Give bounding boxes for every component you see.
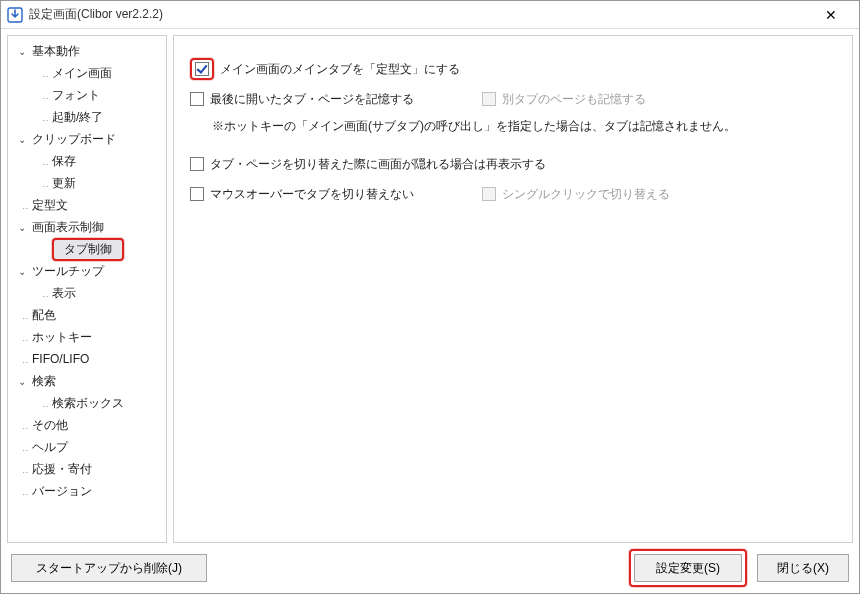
tree-other[interactable]: ‥その他 — [8, 414, 166, 436]
main-panel: メイン画面のメインタブを「定型文」にする 最後に開いたタブ・ページを記憶する 別… — [173, 35, 853, 543]
tree-mainwindow[interactable]: ‥メイン画面 — [8, 62, 166, 84]
footer: スタートアップから削除(J) 設定変更(S) 閉じる(X) — [1, 549, 859, 593]
window-title: 設定画面(Clibor ver2.2.2) — [29, 6, 809, 23]
checkbox-no-mouseover[interactable] — [190, 187, 204, 201]
close-button[interactable]: 閉じる(X) — [757, 554, 849, 582]
tree-tooltip-view[interactable]: ‥表示 — [8, 282, 166, 304]
tree-basic[interactable]: ⌄基本動作 — [8, 40, 166, 62]
label-redisplay: タブ・ページを切り替えた際に画面が隠れる場合は再表示する — [210, 156, 546, 173]
row-mouseover: マウスオーバーでタブを切り替えない シングルクリックで切り替える — [190, 179, 836, 209]
close-icon[interactable]: ✕ — [809, 2, 853, 28]
label-no-mouseover: マウスオーバーでタブを切り替えない — [210, 186, 414, 203]
apply-button[interactable]: 設定変更(S) — [634, 554, 742, 582]
checkbox-remember-other — [482, 92, 496, 106]
row-remember-tab: 最後に開いたタブ・ページを記憶する 別タブのページも記憶する — [190, 84, 836, 114]
opt-default-tab: メイン画面のメインタブを「定型文」にする — [190, 54, 836, 84]
label-remember-other: 別タブのページも記憶する — [502, 91, 646, 108]
tree-fifolifo[interactable]: ‥FIFO/LIFO — [8, 348, 166, 370]
tree-display-control[interactable]: ⌄画面表示制御 — [8, 216, 166, 238]
tree-update[interactable]: ‥更新 — [8, 172, 166, 194]
checkbox-remember-tab[interactable] — [190, 92, 204, 106]
label-singleclick: シングルクリックで切り替える — [502, 186, 670, 203]
apply-highlight: 設定変更(S) — [629, 549, 747, 587]
tree-save[interactable]: ‥保存 — [8, 150, 166, 172]
tree-tooltip[interactable]: ⌄ツールチップ — [8, 260, 166, 282]
tree-help[interactable]: ‥ヘルプ — [8, 436, 166, 458]
tree-version[interactable]: ‥バージョン — [8, 480, 166, 502]
tree-color[interactable]: ‥配色 — [8, 304, 166, 326]
tree-font[interactable]: ‥フォント — [8, 84, 166, 106]
label-remember-tab: 最後に開いたタブ・ページを記憶する — [210, 91, 414, 108]
sidebar: ⌄基本動作 ‥メイン画面 ‥フォント ‥起動/終了 ⌄クリップボード ‥保存 ‥… — [7, 35, 167, 543]
tree-fixed[interactable]: ‥定型文 — [8, 194, 166, 216]
tree-tab-control[interactable]: タブ制御 — [8, 238, 166, 260]
settings-window: 設定画面(Clibor ver2.2.2) ✕ ⌄基本動作 ‥メイン画面 ‥フォ… — [0, 0, 860, 594]
chevron-down-icon: ⌄ — [18, 266, 32, 277]
checkbox-highlight — [190, 58, 214, 80]
checkbox-default-tab[interactable] — [195, 62, 209, 76]
tree-startupexit[interactable]: ‥起動/終了 — [8, 106, 166, 128]
chevron-down-icon: ⌄ — [18, 376, 32, 387]
checkbox-singleclick — [482, 187, 496, 201]
note-hotkey: ※ホットキーの「メイン画面(サブタブ)の呼び出し」を指定した場合は、タブは記憶さ… — [212, 118, 836, 135]
app-icon — [7, 7, 23, 23]
startup-delete-button[interactable]: スタートアップから削除(J) — [11, 554, 207, 582]
tree-support[interactable]: ‥応援・寄付 — [8, 458, 166, 480]
tree-hotkey[interactable]: ‥ホットキー — [8, 326, 166, 348]
chevron-down-icon: ⌄ — [18, 46, 32, 57]
checkbox-redisplay[interactable] — [190, 157, 204, 171]
tree-searchbox[interactable]: ‥検索ボックス — [8, 392, 166, 414]
titlebar: 設定画面(Clibor ver2.2.2) ✕ — [1, 1, 859, 29]
tree-clipboard[interactable]: ⌄クリップボード — [8, 128, 166, 150]
label-default-tab: メイン画面のメインタブを「定型文」にする — [220, 61, 460, 78]
chevron-down-icon: ⌄ — [18, 222, 32, 233]
chevron-down-icon: ⌄ — [18, 134, 32, 145]
content-area: ⌄基本動作 ‥メイン画面 ‥フォント ‥起動/終了 ⌄クリップボード ‥保存 ‥… — [1, 29, 859, 549]
tree-search[interactable]: ⌄検索 — [8, 370, 166, 392]
row-redisplay: タブ・ページを切り替えた際に画面が隠れる場合は再表示する — [190, 149, 836, 179]
